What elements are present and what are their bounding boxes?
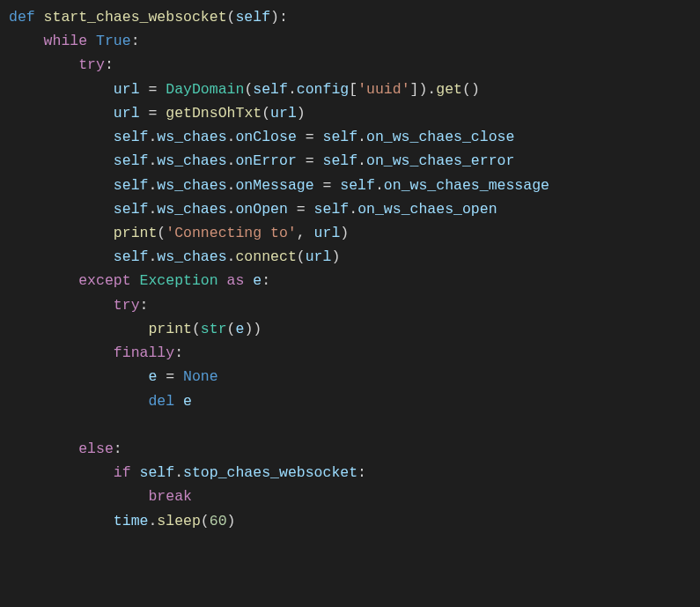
- fn-print: print: [114, 225, 158, 241]
- code-line: def start_chaes_websocket(self):: [9, 5, 700, 29]
- param-self: self: [235, 9, 270, 26]
- code-line: self.ws_chaes.connect(url): [9, 245, 700, 269]
- code-line: del e: [9, 389, 700, 413]
- fn-getdnsohtext: getDnsOhTxt: [166, 105, 262, 122]
- code-line: finally:: [9, 341, 700, 365]
- code-line: url = getDnsOhTxt(url): [9, 101, 700, 125]
- number-60: 60: [210, 513, 227, 529]
- keyword-del: del: [148, 393, 183, 410]
- code-line: else:: [9, 437, 700, 461]
- keyword-while: while: [44, 33, 96, 49]
- code-editor[interactable]: def start_chaes_websocket(self): while T…: [0, 0, 700, 538]
- keyword-finally: finally: [114, 344, 174, 361]
- code-line: self.ws_chaes.onClose = self.on_ws_chaes…: [9, 125, 700, 149]
- code-line: self.ws_chaes.onOpen = self.on_ws_chaes_…: [9, 197, 700, 221]
- code-line: e = None: [9, 365, 700, 389]
- code-line: url = DayDomain(self.config['uuid']).get…: [9, 78, 700, 101]
- const-none: None: [183, 368, 218, 385]
- code-line: if self.stop_chaes_websocket:: [9, 461, 700, 485]
- code-line: self.ws_chaes.onMessage = self.on_ws_cha…: [9, 174, 700, 197]
- code-line: try:: [9, 293, 700, 317]
- code-line: try:: [9, 53, 700, 77]
- keyword-else: else: [78, 440, 114, 457]
- code-line: while True:: [9, 29, 700, 53]
- keyword-try: try: [114, 297, 140, 314]
- fn-print: print: [148, 321, 192, 337]
- code-line: self.ws_chaes.onError = self.on_ws_chaes…: [9, 149, 700, 173]
- code-line-blank: [9, 413, 700, 437]
- keyword-if: if: [114, 464, 140, 481]
- class-exception: Exception: [140, 272, 218, 289]
- const-true: True: [96, 33, 131, 49]
- code-line: print(str(e)): [9, 317, 700, 341]
- class-daydomain: DayDomain: [166, 81, 244, 98]
- code-line: except Exception as e:: [9, 269, 700, 292]
- keyword-except: except: [78, 272, 139, 289]
- keyword-def: def: [9, 9, 44, 26]
- string-connecting: 'Connecting to': [166, 225, 297, 241]
- function-name: start_chaes_websocket: [44, 9, 227, 26]
- keyword-try: try: [78, 56, 105, 73]
- code-line: time.sleep(60): [9, 509, 700, 533]
- code-line: print('Connecting to', url): [9, 221, 700, 245]
- code-line: break: [9, 485, 700, 508]
- keyword-break: break: [148, 488, 192, 505]
- string-uuid: 'uuid': [357, 81, 409, 98]
